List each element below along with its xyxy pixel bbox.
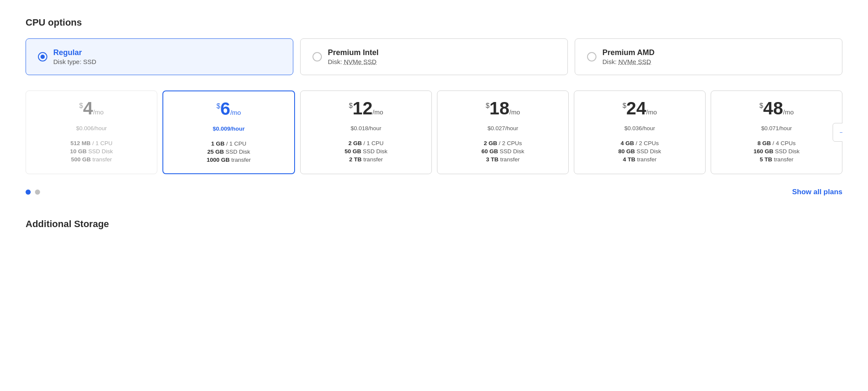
plan-4-price: $4/mo bbox=[34, 99, 149, 117]
plan-6-price: $6/mo bbox=[171, 100, 286, 118]
plan-24-ram: 4 GB bbox=[621, 140, 634, 146]
plan-4-transfer: 500 GB transfer bbox=[34, 156, 149, 163]
plan-12-disk: 50 GB SSD Disk bbox=[308, 148, 424, 155]
cpu-option-premium-intel-info: Premium Intel Disk: NVMe SSD bbox=[328, 48, 379, 65]
plan-12-ram-cpu: 2 GB / 1 CPU bbox=[308, 140, 424, 146]
cpu-option-premium-amd-info: Premium AMD Disk: NVMe SSD bbox=[602, 48, 654, 65]
radio-premium-intel bbox=[312, 52, 322, 61]
radio-premium-amd bbox=[587, 52, 596, 61]
cpu-option-premium-amd[interactable]: Premium AMD Disk: NVMe SSD bbox=[575, 38, 842, 75]
plan-18-per-mo: /mo bbox=[509, 108, 520, 116]
plan-48-transfer: 5 TB transfer bbox=[719, 156, 834, 163]
plan-48-per-mo: /mo bbox=[783, 108, 794, 116]
cpu-options-section: CPU options Regular Disk type: SSD Premi… bbox=[26, 17, 842, 230]
plan-18-disk: 60 GB SSD Disk bbox=[445, 148, 561, 155]
plan-18-transfer-unit: transfer bbox=[500, 156, 520, 163]
plan-24-price: $24/mo bbox=[582, 99, 697, 117]
plan-12-dollar: $ bbox=[349, 102, 353, 110]
plan-card-24[interactable]: $24/mo $0.036/hour 4 GB / 2 CPUs 80 GB S… bbox=[574, 90, 706, 174]
plan-6-per-mo: /mo bbox=[230, 109, 241, 116]
plan-6-dollar: $ bbox=[217, 102, 220, 110]
plan-12-transfer-size: 2 TB bbox=[349, 156, 362, 163]
plan-12-price: $12/mo bbox=[308, 99, 424, 117]
plan-6-hourly: $0.009/hour bbox=[171, 125, 286, 132]
plan-4-disk-size: 10 GB bbox=[70, 148, 87, 155]
plan-4-ram: 512 MB bbox=[70, 140, 90, 146]
plan-24-per-mo: /mo bbox=[646, 108, 657, 116]
plan-24-transfer-unit: transfer bbox=[637, 156, 657, 163]
radio-regular bbox=[38, 52, 47, 61]
plan-24-dollar: $ bbox=[622, 102, 626, 110]
plan-18-disk-size: 60 GB bbox=[481, 148, 498, 155]
plan-4-transfer-unit: transfer bbox=[93, 156, 112, 163]
plan-18-transfer-size: 3 TB bbox=[486, 156, 498, 163]
plan-24-ram-cpu: 4 GB / 2 CPUs bbox=[582, 140, 697, 146]
pagination-dot-1[interactable] bbox=[26, 190, 31, 195]
plan-48-disk: 160 GB SSD Disk bbox=[719, 148, 834, 155]
next-plans-button[interactable]: → bbox=[833, 123, 842, 142]
plan-card-4[interactable]: $4/mo $0.006/hour 512 MB / 1 CPU 10 GB S… bbox=[26, 90, 157, 174]
plan-12-disk-type: SSD Disk bbox=[363, 148, 388, 155]
cpu-option-regular-info: Regular Disk type: SSD bbox=[53, 48, 96, 65]
plan-24-disk: 80 GB SSD Disk bbox=[582, 148, 697, 155]
plan-4-per-mo: /mo bbox=[93, 108, 104, 116]
plan-18-dollar: $ bbox=[486, 102, 489, 110]
show-all-plans-button[interactable]: Show all plans bbox=[792, 188, 842, 196]
cpu-option-premium-amd-disk: Disk: NVMe SSD bbox=[602, 58, 654, 65]
plan-6-disk-size: 25 GB bbox=[207, 149, 224, 155]
plan-48-cpu: 4 CPUs bbox=[776, 140, 796, 146]
plan-4-disk-type: SSD Disk bbox=[88, 148, 113, 155]
nvme-label-intel: NVMe SSD bbox=[344, 58, 377, 65]
pagination-row: Show all plans bbox=[26, 188, 842, 196]
radio-inner-regular bbox=[41, 55, 45, 59]
plan-4-ram-cpu: 512 MB / 1 CPU bbox=[34, 140, 149, 146]
plan-18-transfer: 3 TB transfer bbox=[445, 156, 561, 163]
plan-6-transfer-size: 1000 GB bbox=[207, 157, 230, 163]
cpu-option-premium-intel-name: Premium Intel bbox=[328, 48, 379, 57]
cpu-option-regular[interactable]: Regular Disk type: SSD bbox=[26, 38, 293, 75]
plan-18-ram-cpu: 2 GB / 2 CPUs bbox=[445, 140, 561, 146]
plan-6-transfer-unit: transfer bbox=[231, 157, 251, 163]
plan-6-disk: 25 GB SSD Disk bbox=[171, 149, 286, 155]
plan-18-amount: 18 bbox=[489, 98, 509, 118]
cpu-option-premium-intel-disk: Disk: NVMe SSD bbox=[328, 58, 379, 65]
section-title: CPU options bbox=[26, 17, 842, 28]
plan-card-18[interactable]: $18/mo $0.027/hour 2 GB / 2 CPUs 60 GB S… bbox=[437, 90, 569, 174]
plan-4-amount: 4 bbox=[83, 98, 93, 118]
plan-4-cpu: 1 CPU bbox=[95, 140, 113, 146]
plan-48-disk-size: 160 GB bbox=[753, 148, 773, 155]
plan-48-disk-type: SSD Disk bbox=[775, 148, 800, 155]
plans-row: $4/mo $0.006/hour 512 MB / 1 CPU 10 GB S… bbox=[26, 90, 842, 174]
plan-12-transfer-unit: transfer bbox=[363, 156, 383, 163]
plan-card-48[interactable]: $48/mo $0.071/hour 8 GB / 4 CPUs 160 GB … bbox=[711, 90, 842, 174]
plan-6-cpu: 1 CPU bbox=[229, 140, 246, 147]
plan-12-ram: 2 GB bbox=[348, 140, 362, 146]
cpu-option-premium-amd-name: Premium AMD bbox=[602, 48, 654, 57]
plan-12-hourly: $0.018/hour bbox=[308, 125, 424, 131]
plan-card-6[interactable]: $6/mo $0.009/hour 1 GB / 1 CPU 25 GB SSD… bbox=[162, 90, 295, 174]
plan-24-amount: 24 bbox=[626, 98, 646, 118]
plan-12-amount: 12 bbox=[353, 98, 373, 118]
plan-18-specs: 2 GB / 2 CPUs 60 GB SSD Disk 3 TB transf… bbox=[445, 140, 561, 163]
plan-24-hourly: $0.036/hour bbox=[582, 125, 697, 131]
pagination-dot-2[interactable] bbox=[35, 190, 40, 195]
plan-card-12[interactable]: $12/mo $0.018/hour 2 GB / 1 CPU 50 GB SS… bbox=[300, 90, 432, 174]
plan-48-dollar: $ bbox=[759, 102, 763, 110]
plan-24-transfer: 4 TB transfer bbox=[582, 156, 697, 163]
plan-6-ram-cpu: 1 GB / 1 CPU bbox=[171, 140, 286, 147]
plan-24-specs: 4 GB / 2 CPUs 80 GB SSD Disk 4 TB transf… bbox=[582, 140, 697, 163]
cpu-option-regular-name: Regular bbox=[53, 48, 96, 57]
plan-18-hourly: $0.027/hour bbox=[445, 125, 561, 131]
cpu-option-premium-intel[interactable]: Premium Intel Disk: NVMe SSD bbox=[300, 38, 568, 75]
plan-4-transfer-size: 500 GB bbox=[71, 156, 91, 163]
plan-18-ram: 2 GB bbox=[484, 140, 498, 146]
plan-12-per-mo: /mo bbox=[373, 108, 383, 116]
additional-storage-title: Additional Storage bbox=[26, 219, 842, 230]
plan-24-disk-type: SSD Disk bbox=[637, 148, 661, 155]
plan-6-amount: 6 bbox=[220, 99, 230, 119]
plan-24-transfer-size: 4 TB bbox=[623, 156, 635, 163]
plan-4-specs: 512 MB / 1 CPU 10 GB SSD Disk 500 GB tra… bbox=[34, 140, 149, 163]
plan-12-disk-size: 50 GB bbox=[344, 148, 361, 155]
plan-6-transfer: 1000 GB transfer bbox=[171, 157, 286, 163]
right-arrow-icon: → bbox=[838, 128, 842, 137]
